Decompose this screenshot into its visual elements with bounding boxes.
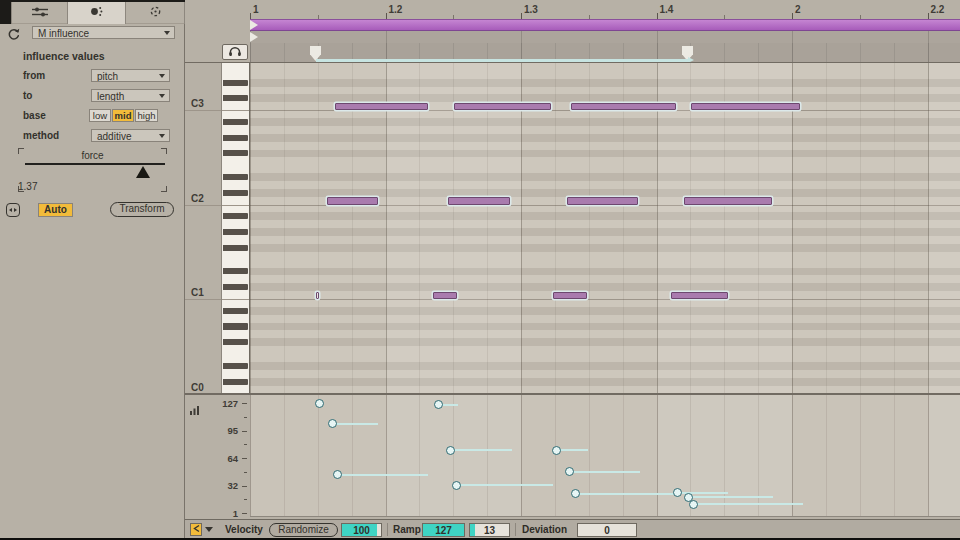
method-value: additive <box>97 131 131 142</box>
black-key-row <box>250 212 960 220</box>
midi-note[interactable] <box>691 103 800 111</box>
grid-line <box>758 63 759 393</box>
chevron-down-icon <box>164 31 170 35</box>
black-key[interactable] <box>223 339 248 345</box>
from-selector[interactable]: pitch <box>91 69 170 82</box>
octave-line <box>250 299 960 300</box>
black-key[interactable] <box>223 213 248 219</box>
preset-history-icon[interactable] <box>6 27 21 42</box>
velocity-tail <box>450 449 512 451</box>
to-label: to <box>23 90 32 101</box>
grid-line <box>487 63 488 393</box>
velocity-marker[interactable] <box>565 467 574 476</box>
black-key[interactable] <box>223 363 248 369</box>
velocity-grid[interactable] <box>250 395 960 517</box>
black-key[interactable] <box>223 229 248 235</box>
midi-note[interactable] <box>335 103 428 111</box>
loop-band-row <box>185 19 960 31</box>
ramp-end-field[interactable]: 13 <box>469 523 510 537</box>
force-slider[interactable] <box>25 163 165 165</box>
black-key[interactable] <box>223 284 248 290</box>
black-key[interactable] <box>223 245 248 251</box>
velocity-marker[interactable] <box>571 489 580 498</box>
force-label: force <box>0 150 185 161</box>
velocity-marker[interactable] <box>689 500 698 509</box>
arrow-left-icon <box>192 524 201 535</box>
scrub-row[interactable] <box>185 31 960 43</box>
piano-keys[interactable] <box>221 63 250 393</box>
black-key[interactable] <box>223 150 248 156</box>
black-key[interactable] <box>223 190 248 196</box>
grid-line <box>928 43 929 63</box>
midi-note[interactable] <box>684 197 772 205</box>
beat-label: 1.3 <box>524 4 538 15</box>
black-key[interactable] <box>223 80 248 86</box>
midi-note[interactable] <box>571 103 676 111</box>
grid-line <box>386 395 387 517</box>
preset-selector[interactable]: M influence <box>32 26 175 39</box>
velocity-marker[interactable] <box>434 400 443 409</box>
grid-line <box>758 395 759 517</box>
force-slider-handle[interactable] <box>136 166 150 178</box>
velocity-marker[interactable] <box>333 470 342 479</box>
midi-note[interactable] <box>433 292 457 300</box>
velocity-marker[interactable] <box>446 446 455 455</box>
tab-generate[interactable] <box>125 2 185 24</box>
velocity-axis-tick <box>242 513 247 514</box>
deviation-field[interactable]: 0 <box>577 523 637 537</box>
loop-brace[interactable] <box>250 19 960 31</box>
black-key[interactable] <box>223 135 248 141</box>
black-key[interactable] <box>223 119 248 125</box>
tab-transform[interactable] <box>67 2 125 24</box>
to-selector[interactable]: length <box>91 89 170 102</box>
auto-loop-icon[interactable] <box>6 203 20 217</box>
method-selector[interactable]: additive <box>91 129 170 142</box>
black-key[interactable] <box>223 268 248 274</box>
tab-expression[interactable] <box>11 2 67 24</box>
midi-note[interactable] <box>316 292 319 300</box>
midi-note[interactable] <box>567 197 638 205</box>
beat-ruler[interactable]: 11.21.31.422.2 <box>185 0 960 19</box>
velocity-marker[interactable] <box>315 399 324 408</box>
velocity-marker[interactable] <box>552 446 561 455</box>
loop-start-chevron-icon[interactable] <box>250 20 258 30</box>
grid-line <box>657 63 658 393</box>
base-high-button[interactable]: high <box>135 109 158 122</box>
randomize-button[interactable]: Randomize <box>269 523 338 537</box>
transform-button[interactable]: Transform <box>110 202 174 217</box>
midi-note[interactable] <box>671 292 728 300</box>
midi-grid[interactable] <box>250 63 960 393</box>
black-key[interactable] <box>223 174 248 180</box>
velocity-marker[interactable] <box>452 481 461 490</box>
velocity-marker[interactable] <box>328 419 337 428</box>
velocity-marker[interactable] <box>673 488 682 497</box>
midi-note[interactable] <box>454 103 551 111</box>
grid-line <box>724 43 725 63</box>
black-key[interactable] <box>223 323 248 329</box>
grid-line <box>453 395 454 517</box>
grid-line <box>826 63 827 393</box>
preview-headphone-button[interactable] <box>222 44 248 60</box>
lane-dropdown-caret[interactable] <box>205 527 213 532</box>
base-mid-button[interactable]: mid <box>112 109 134 122</box>
insert-marker-chevron-icon[interactable] <box>250 32 258 42</box>
black-key[interactable] <box>223 95 248 101</box>
midi-note[interactable] <box>448 197 510 205</box>
velocity-axis-tick <box>242 458 247 459</box>
scrub-area[interactable] <box>250 31 960 43</box>
black-key-row <box>250 338 960 346</box>
midi-note[interactable] <box>327 197 378 205</box>
grid-line <box>860 63 861 393</box>
auto-button[interactable]: Auto <box>38 203 73 217</box>
grid-line <box>758 43 759 63</box>
beat-label: 1.4 <box>660 4 674 15</box>
ramp-start-field[interactable]: 127 <box>422 523 465 537</box>
base-low-button[interactable]: low <box>89 109 111 122</box>
black-key[interactable] <box>223 379 248 385</box>
randomize-amount-field[interactable]: 100 <box>341 523 382 537</box>
midi-note[interactable] <box>553 292 587 300</box>
grid-line <box>555 63 556 393</box>
black-key[interactable] <box>223 308 248 314</box>
force-value[interactable]: 1.37 <box>18 181 37 192</box>
lane-select-button[interactable] <box>190 523 202 536</box>
